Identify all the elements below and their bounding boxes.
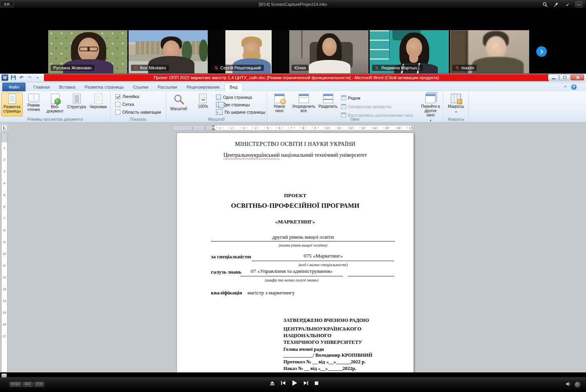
draft-button[interactable]: Черновик	[87, 93, 109, 116]
page-width-button[interactable]: По ширине страницы	[216, 108, 265, 116]
doc-level-line: другий рівень вищої освіти	[211, 234, 395, 241]
two-pages-button[interactable]: Две страницы	[216, 101, 265, 108]
stop-button[interactable]	[314, 381, 319, 385]
next-button[interactable]	[303, 381, 308, 385]
sync-scroll-icon	[341, 104, 346, 109]
tab-review[interactable]: Рецензирование	[182, 83, 225, 91]
seek-handle[interactable]	[2, 374, 7, 377]
tab-page-layout[interactable]: Разметка страницы	[80, 83, 129, 91]
search-icon[interactable]	[541, 1, 549, 7]
tab-references[interactable]: Ссылки	[129, 83, 153, 91]
tab-insert[interactable]: Вставка	[54, 83, 80, 91]
macros-button[interactable]: Макросы ▾	[444, 93, 467, 115]
tab-view[interactable]: Вид	[225, 83, 243, 92]
previous-button[interactable]	[281, 381, 286, 385]
navigation-pane-checkbox-row[interactable]: Область навигации	[112, 108, 165, 116]
switch-windows-icon	[425, 94, 435, 103]
doc-program-title: ОСВІТНЬО-ПРОФЕСІЙНОЇ ПРОГРАМИ	[177, 202, 414, 210]
window-controls	[548, 74, 584, 80]
codec-badges: H264AAC2CH	[9, 382, 44, 387]
group-label-show: Показать	[111, 117, 166, 122]
pin-icon[interactable]	[552, 1, 560, 7]
word-window: W ↶ ↷ ▾ Проект ОПП 2022 маркетинг магіст…	[0, 74, 586, 372]
zoom-100-icon: 100	[199, 94, 207, 103]
volume-knob[interactable]	[575, 382, 581, 388]
muted-mic-icon	[375, 66, 379, 70]
undo-button[interactable]: ↶	[18, 74, 25, 81]
print-layout-icon	[8, 94, 16, 104]
doc-level-note: (назва рівня вищої освіти)	[211, 243, 395, 247]
macros-icon	[451, 94, 461, 103]
redo-button[interactable]: ↷	[27, 74, 33, 81]
web-layout-icon	[51, 94, 60, 104]
document-area: L 12 1234567891011121314151617 123456789…	[0, 122, 586, 372]
participant-tile[interactable]: Ihor Nikolaiev	[129, 30, 208, 73]
doc-project-line: ПРОЕКТ	[177, 192, 414, 199]
participant-name-tag: Сергій Решетицький	[211, 65, 264, 71]
group-label-zoom: Масштаб	[166, 117, 267, 122]
ruler-checkbox-row[interactable]: Линейка	[112, 93, 165, 100]
web-layout-button[interactable]: Веб-документ	[44, 93, 66, 116]
doc-approved-line: ЦЕНТРАЛЬНОУКРАЇНСЬКОГО	[283, 326, 361, 332]
doc-ministry-line: МІНІСТЕРСТВО ОСВІТИ І НАУКИ УКРАЇНИ	[177, 141, 414, 147]
player-minimize-button[interactable]: —	[575, 1, 583, 7]
save-button[interactable]	[10, 74, 16, 81]
view-side-by-side-button[interactable]: Рядом	[341, 94, 413, 102]
horizontal-ruler[interactable]: 12 1234567891011121314151617	[172, 125, 414, 131]
gridlines-checkbox-row[interactable]: Сетка	[112, 100, 165, 108]
new-window-icon	[274, 94, 285, 103]
participant-strip: Руслана Жовновач Ihor Nikolaiev Сергій Р…	[48, 30, 529, 73]
zoom-100-button[interactable]: 100 100%	[192, 93, 214, 116]
tab-mailings[interactable]: Рассылки	[153, 83, 181, 91]
vertical-ruler[interactable]: 1234567891011121314151617	[1, 132, 7, 372]
v-ruler-numbers: 1234567891011121314151617	[2, 142, 7, 342]
reading-mode-button[interactable]: Режим чтения	[23, 93, 44, 116]
tab-home[interactable]: Главная	[29, 83, 54, 91]
doc-field-note: (шифр та назва галузі знань)	[240, 278, 343, 282]
document-page[interactable]: МІНІСТЕРСТВО ОСВІТИ І НАУКИ УКРАЇНИ Цент…	[176, 132, 414, 372]
ribbon-group-views: Разметка страницы Режим чтения Веб-докум…	[0, 91, 111, 122]
player-titlebar[interactable]: ER [8/14] ScreenCaptureProject14.mkv ↙ —	[0, 0, 586, 9]
tab-selector[interactable]: L	[1, 125, 7, 131]
participant-tile[interactable]: Сергій Решетицький	[209, 30, 288, 73]
close-button[interactable]	[571, 74, 584, 80]
speaker-icon[interactable]	[566, 381, 571, 388]
restore-button[interactable]	[559, 74, 570, 80]
participant-tile[interactable]: Юлия	[289, 30, 368, 73]
navigation-pane-checkbox[interactable]	[115, 110, 120, 115]
ruler-checkbox[interactable]	[115, 94, 120, 99]
participant-name: Руслана Жовновач	[53, 65, 92, 70]
participant-tile[interactable]: Людмила Мартын...	[370, 30, 449, 73]
minimize-button[interactable]	[548, 74, 559, 80]
outline-button[interactable]: Структура	[66, 93, 87, 116]
doc-spec-label: за спеціальністю	[211, 254, 251, 260]
help-icon[interactable]: ?	[571, 84, 577, 90]
participant-name: Людмила Мартын...	[381, 65, 420, 70]
zoom-button[interactable]: Масштаб	[167, 93, 190, 116]
qat-dropdown-icon[interactable]: ▾	[35, 76, 38, 80]
synchronous-scrolling-button: Синхронная прокрутка	[341, 103, 413, 110]
doc-university-line: Центральноукраїнський національний техні…	[177, 152, 414, 158]
resize-icon[interactable]: ↙	[564, 1, 571, 7]
participant-tile[interactable]: maxim	[450, 30, 529, 73]
participant-tile[interactable]: Руслана Жовновач	[48, 30, 127, 73]
ribbon: Разметка страницы Режим чтения Веб-докум…	[0, 91, 586, 122]
muted-mic-icon	[134, 66, 138, 70]
word-titlebar[interactable]: W ↶ ↷ ▾ Проект ОПП 2022 маркетинг магіст…	[0, 74, 586, 82]
doc-field-extra-line	[348, 268, 394, 276]
doc-spec-value: 075 «Маркетинг»	[252, 253, 394, 261]
close-icon	[576, 76, 579, 79]
eject-button[interactable]	[270, 381, 275, 386]
tab-file[interactable]: Файл	[2, 83, 25, 91]
participant-name: maxim	[461, 65, 474, 70]
play-button[interactable]	[292, 380, 298, 386]
reading-mode-icon	[28, 94, 39, 102]
word-app-icon[interactable]: W	[2, 74, 8, 81]
gallery-next-button[interactable]	[536, 46, 547, 57]
one-page-button[interactable]: Одна страница	[216, 93, 265, 101]
print-layout-button[interactable]: Разметка страницы	[1, 93, 23, 116]
transport-controls	[270, 380, 319, 386]
doc-approved-line: ТЕХНІЧНОГО УНІВЕРСИТЕТУ	[283, 339, 362, 345]
collapse-ribbon-icon[interactable]: ^	[564, 85, 566, 89]
gridlines-checkbox[interactable]	[115, 102, 120, 107]
